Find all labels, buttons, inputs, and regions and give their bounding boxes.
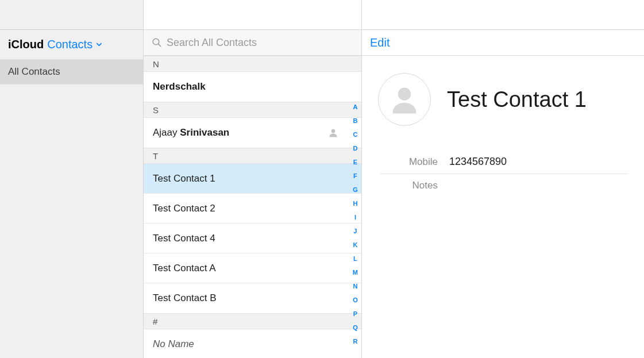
contact-row[interactable]: Test Contact 4 xyxy=(144,224,361,253)
field-value[interactable]: 1234567890 xyxy=(449,156,507,168)
detail-body: Test Contact 1 Mobile1234567890Notes xyxy=(362,56,644,358)
field-label: Notes xyxy=(380,180,449,191)
alpha-index-letter[interactable]: J xyxy=(353,228,357,234)
contacts-scroll[interactable]: NNerdschalkSAjaay SrinivasanTTest Contac… xyxy=(144,56,361,358)
contact-row[interactable]: Nerdschalk xyxy=(144,72,361,102)
alpha-index-letter[interactable]: G xyxy=(353,186,358,193)
person-icon xyxy=(387,82,422,117)
section-header: T xyxy=(144,148,361,164)
groups-sidebar: iCloud Contacts All Contacts xyxy=(0,0,144,358)
alpha-index-letter[interactable]: D xyxy=(353,145,357,152)
alpha-index-letter[interactable]: H xyxy=(353,200,357,207)
svg-point-3 xyxy=(398,87,411,101)
alpha-index-letter[interactable]: N xyxy=(353,283,357,290)
section-header: # xyxy=(144,313,361,329)
contact-name-label: Test Contact 1 xyxy=(153,173,215,184)
list-top-spacer xyxy=(144,0,361,29)
search-input[interactable] xyxy=(167,37,353,49)
edit-button[interactable]: Edit xyxy=(370,36,390,49)
contact-name-label: Test Contact 2 xyxy=(153,203,215,214)
alpha-index-letter[interactable]: K xyxy=(353,241,357,248)
field-row: Notes xyxy=(380,174,628,197)
brand-contacts: Contacts xyxy=(47,38,92,51)
alpha-index-letter[interactable]: P xyxy=(353,310,357,317)
detail-pane: Edit Test Contact 1 Mobile1234567890Note… xyxy=(362,0,644,358)
alpha-index-letter[interactable]: F xyxy=(353,172,357,179)
alpha-index-letter[interactable]: M xyxy=(353,269,358,276)
search-icon xyxy=(152,37,162,48)
alpha-index[interactable]: ABCDEFGHIJKLMNOPQR xyxy=(353,103,358,345)
identity-row: Test Contact 1 xyxy=(378,73,628,126)
section-header: S xyxy=(144,102,361,118)
svg-point-2 xyxy=(331,129,336,133)
contact-row[interactable]: Test Contact 1 xyxy=(144,164,361,194)
field-row: Mobile1234567890 xyxy=(380,150,628,174)
avatar[interactable] xyxy=(378,73,431,126)
detail-top-spacer xyxy=(362,0,644,29)
person-silhouette-icon xyxy=(328,128,338,138)
field-label: Mobile xyxy=(380,156,449,168)
fields: Mobile1234567890Notes xyxy=(380,150,628,197)
sidebar-fill xyxy=(0,84,143,358)
alpha-index-letter[interactable]: R xyxy=(353,338,357,345)
alpha-index-letter[interactable]: O xyxy=(353,297,358,303)
brand-icloud: iCloud xyxy=(8,38,44,51)
alpha-index-letter[interactable]: A xyxy=(353,103,357,110)
chevron-down-icon[interactable] xyxy=(96,40,102,50)
contacts-list-pane: NNerdschalkSAjaay SrinivasanTTest Contac… xyxy=(144,0,362,358)
sidebar-header[interactable]: iCloud Contacts xyxy=(0,29,143,59)
contact-name-label: No Name xyxy=(153,338,194,350)
contact-row[interactable]: No Name xyxy=(144,329,361,358)
contact-row[interactable]: Test Contact A xyxy=(144,253,361,283)
section-header: N xyxy=(144,56,361,72)
contact-row[interactable]: Ajaay Srinivasan xyxy=(144,118,361,148)
contact-row[interactable]: Test Contact B xyxy=(144,283,361,313)
app-root: iCloud Contacts All Contacts NNerdschalk… xyxy=(0,0,644,358)
alpha-index-letter[interactable]: C xyxy=(353,131,357,138)
alpha-index-letter[interactable]: Q xyxy=(353,324,358,331)
alpha-index-letter[interactable]: L xyxy=(353,255,357,262)
alpha-index-letter[interactable]: B xyxy=(353,117,357,124)
contact-name-label: Test Contact B xyxy=(153,292,217,304)
contact-row[interactable]: Test Contact 2 xyxy=(144,194,361,224)
detail-header: Edit xyxy=(362,29,644,56)
sidebar-item-0[interactable]: All Contacts xyxy=(0,59,143,84)
alpha-index-letter[interactable]: I xyxy=(354,214,356,221)
contact-name-label: Ajaay Srinivasan xyxy=(153,127,229,138)
contact-title: Test Contact 1 xyxy=(447,87,587,112)
svg-line-1 xyxy=(159,44,161,47)
sidebar-item-label: All Contacts xyxy=(8,66,60,78)
contact-name-label: Test Contact A xyxy=(153,263,216,274)
alpha-index-letter[interactable]: E xyxy=(353,159,357,165)
contact-name-label: Nerdschalk xyxy=(153,81,206,93)
search-row xyxy=(144,29,361,56)
contact-name-label: Test Contact 4 xyxy=(153,233,215,244)
